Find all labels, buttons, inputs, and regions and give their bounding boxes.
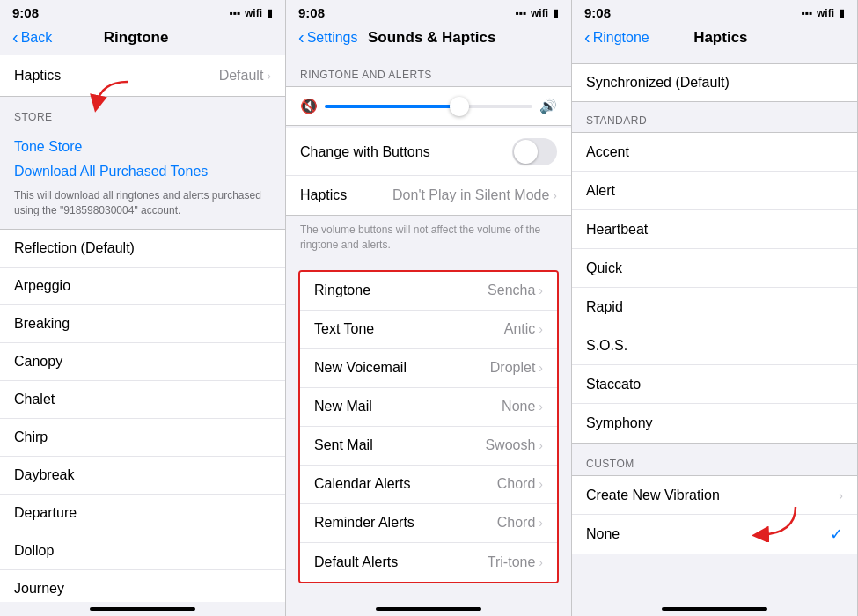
new-mail-row[interactable]: New Mail None › <box>300 388 557 427</box>
calendar-alerts-row[interactable]: Calendar Alerts Chord › <box>300 466 557 504</box>
list-item[interactable]: Dollop <box>0 532 285 570</box>
list-item[interactable]: Arpeggio <box>0 268 285 305</box>
status-bar-2: 9:08 ▪▪▪ wifi ▮ <box>286 0 571 24</box>
battery-icon-2: ▮ <box>553 7 559 19</box>
synchronized-row[interactable]: Synchronized (Default) <box>572 63 857 102</box>
page-title-3: Haptics <box>693 29 747 47</box>
spacer-top <box>572 55 857 63</box>
sub-note: The volume buttons will not affect the v… <box>286 217 571 261</box>
list-item[interactable]: Breaking <box>0 305 285 343</box>
toggle-knob <box>514 140 538 164</box>
chevron-2: › <box>539 361 543 375</box>
volume-low-icon: 🔇 <box>300 98 318 114</box>
list-item[interactable]: Chirp <box>0 419 285 457</box>
list-item[interactable]: Chalet <box>0 381 285 419</box>
list-item[interactable]: Heartbeat <box>572 210 857 249</box>
volume-slider[interactable] <box>325 105 532 108</box>
list-item[interactable]: Staccato <box>572 365 857 404</box>
new-voicemail-row[interactable]: New Voicemail Droplet › <box>300 349 557 388</box>
list-item[interactable]: Journey <box>0 570 285 602</box>
list-item[interactable]: Departure <box>0 495 285 532</box>
haptics-row[interactable]: Haptics Default › <box>0 55 285 97</box>
change-buttons-toggle[interactable] <box>512 138 557 165</box>
standard-section-label: STANDARD <box>572 102 857 132</box>
list-item[interactable]: Rapid <box>572 288 857 326</box>
text-tone-row[interactable]: Text Tone Antic › <box>300 311 557 349</box>
haptics-row-2[interactable]: Haptics Don't Play in Silent Mode › <box>286 176 571 215</box>
nav-bar-1: ‹ Back Ringtone <box>0 24 285 55</box>
list-item[interactable]: S.O.S. <box>572 326 857 365</box>
haptics-chevron-2: › <box>553 188 557 202</box>
wifi-icon-2: wifi <box>531 7 548 19</box>
time-3: 9:08 <box>584 5 611 20</box>
status-icons-3: ▪▪▪ wifi ▮ <box>801 7 845 19</box>
store-desc: This will download all ringtones and ale… <box>0 185 285 229</box>
list-item[interactable]: Canopy <box>0 343 285 381</box>
chevron-4: › <box>539 438 543 452</box>
list-item[interactable]: Daybreak <box>0 457 285 495</box>
time-1: 9:08 <box>12 5 39 20</box>
chevron-6: › <box>539 516 543 530</box>
list-item[interactable]: Alert <box>572 172 857 210</box>
back-button-3[interactable]: ‹ Ringtone <box>584 27 649 48</box>
sent-mail-row[interactable]: Sent Mail Swoosh › <box>300 427 557 466</box>
custom-group: Create New Vibration › None ✓ <box>572 475 857 554</box>
chevron-7: › <box>539 555 543 569</box>
page-title-2: Sounds & Haptics <box>368 29 495 47</box>
volume-high-icon: 🔊 <box>539 98 557 114</box>
none-row[interactable]: None ✓ <box>572 515 857 554</box>
chevron-1: › <box>539 322 543 336</box>
chevron-5: › <box>539 477 543 491</box>
outlined-rows-section: Ringtone Sencha › Text Tone Antic › New … <box>298 270 559 583</box>
change-buttons-row[interactable]: Change with Buttons <box>286 128 571 176</box>
page-title-1: Ringtone <box>104 29 169 47</box>
ringtone-alerts-label: RINGTONE AND ALERTS <box>286 55 571 86</box>
haptics-scroll: Synchronized (Default) STANDARD Accent A… <box>572 55 857 602</box>
battery-icon-1: ▮ <box>267 7 273 19</box>
custom-section-label: CUSTOM <box>572 445 857 475</box>
haptics-right: Default › <box>219 68 271 84</box>
red-arrow-3 <box>743 498 804 546</box>
ringtone-item-default[interactable]: Reflection (Default) <box>0 229 285 268</box>
create-new-vibration-row[interactable]: Create New Vibration › <box>572 476 857 515</box>
red-arrow-1 <box>84 77 136 116</box>
back-button-1[interactable]: ‹ Back <box>12 27 52 48</box>
change-buttons-label: Change with Buttons <box>300 144 430 160</box>
ringtone-list: Reflection (Default) Arpeggio Breaking C… <box>0 229 285 602</box>
change-buttons-group: Change with Buttons Haptics Don't Play i… <box>286 128 571 216</box>
default-alerts-row[interactable]: Default Alerts Tri-tone › <box>300 543 557 582</box>
chevron-3: › <box>539 400 543 414</box>
reminder-alerts-row[interactable]: Reminder Alerts Chord › <box>300 504 557 543</box>
back-chevron-3: ‹ <box>584 27 590 48</box>
haptics-panel: 9:08 ▪▪▪ wifi ▮ ‹ Ringtone Haptics Synch… <box>572 0 858 616</box>
download-link[interactable]: Download All Purchased Tones <box>0 160 285 185</box>
sounds-haptics-panel: 9:08 ▪▪▪ wifi ▮ ‹ Settings Sounds & Hapt… <box>286 0 572 616</box>
wifi-icon-3: wifi <box>817 7 834 19</box>
bottom-indicator-3 <box>662 607 767 611</box>
back-chevron-2: ‹ <box>298 27 304 48</box>
haptics-row-value: Don't Play in Silent Mode › <box>392 187 557 203</box>
haptics-chevron: › <box>267 69 271 83</box>
none-checkmark: ✓ <box>830 524 843 544</box>
tone-store-link[interactable]: Tone Store <box>0 128 285 160</box>
ringtone-row[interactable]: Ringtone Sencha › <box>300 272 557 311</box>
battery-icon-3: ▮ <box>839 7 845 19</box>
store-section-label: STORE <box>0 97 285 128</box>
back-button-2[interactable]: ‹ Settings <box>298 27 357 48</box>
standard-group: Accent Alert Heartbeat Quick Rapid S.O.S… <box>572 132 857 444</box>
volume-row[interactable]: 🔇 🔊 <box>286 86 571 126</box>
list-item[interactable]: Symphony <box>572 404 857 443</box>
wifi-icon-1: wifi <box>245 7 262 19</box>
nav-bar-3: ‹ Ringtone Haptics <box>572 24 857 55</box>
list-item[interactable]: Quick <box>572 249 857 288</box>
system-sounds-label: SYSTEM SOUNDS & HAPTICS <box>286 592 571 602</box>
haptics-label: Haptics <box>14 68 61 84</box>
volume-thumb[interactable] <box>450 97 469 116</box>
chevron-0: › <box>539 283 543 297</box>
status-bar-3: 9:08 ▪▪▪ wifi ▮ <box>572 0 857 24</box>
volume-fill <box>325 105 459 108</box>
haptics-row-label: Haptics <box>300 187 347 203</box>
list-item[interactable]: Accent <box>572 133 857 172</box>
ringtone-panel: 9:08 ▪▪▪ wifi ▮ ‹ Back Ringtone Haptics <box>0 0 286 616</box>
status-bar-1: 9:08 ▪▪▪ wifi ▮ <box>0 0 285 24</box>
